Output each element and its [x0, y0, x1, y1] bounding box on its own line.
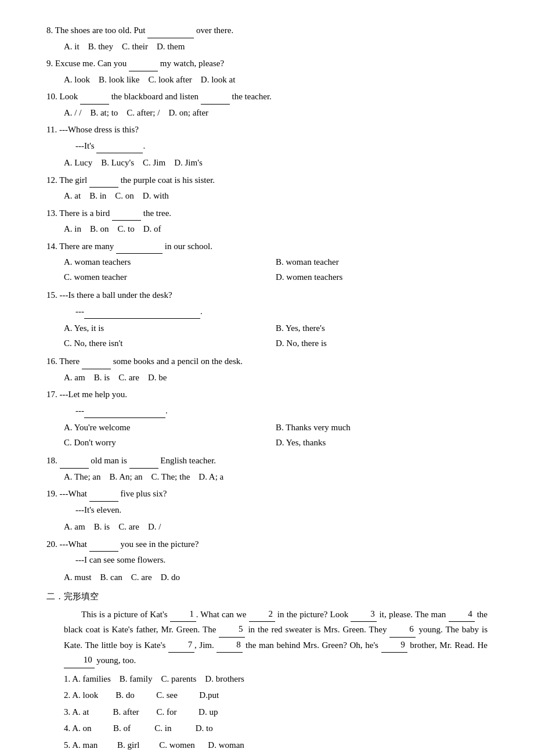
answer-10: A. / / B. at; to C. after; / D. on; afte…	[64, 106, 488, 121]
question-16: 16. There some books and a pencil on the…	[46, 354, 488, 369]
answer-8: A. it B. they C. their D. them	[64, 39, 488, 55]
answer-14: A. woman teachers B. woman teacher C. wo…	[64, 255, 488, 285]
question-14: 14. There are many in our school.	[46, 239, 488, 254]
question-8: 8. The shoes are too old. Put over there…	[46, 23, 488, 38]
answer-18: A. The; an B. An; an C. The; the D. A; a	[64, 470, 488, 485]
question-10: 10. Look the blackboard and listen the t…	[46, 89, 488, 105]
answer-9: A. look B. look like C. look after D. lo…	[64, 73, 488, 88]
answer-15: A. Yes, it is B. Yes, there's C. No, the…	[64, 321, 488, 351]
question-13: 13. There is a bird the tree.	[46, 206, 488, 221]
exam-content: 8. The shoes are too old. Put over there…	[46, 23, 488, 756]
fill-q5: 5. A. man B. girl C. women D. woman	[64, 738, 488, 753]
response-19: ---It's eleven.	[75, 503, 488, 518]
fill-q2: 2. A. look B. do C. see D.put	[64, 688, 488, 703]
answer-13: A. in B. on C. to D. of	[64, 222, 488, 237]
response-20: ---I can see some flowers.	[75, 553, 488, 568]
question-12: 12. The girl the purple coat is his sist…	[46, 173, 488, 188]
response-17: ---.	[75, 404, 488, 419]
fill-q1: 1. A. families B. family C. parents D. b…	[64, 672, 488, 687]
question-18: 18. old man is English teacher.	[46, 453, 488, 469]
answer-19: A. am B. is C. are D. /	[64, 520, 488, 535]
question-19: 19. ---What five plus six?	[46, 487, 488, 502]
section-2-title: 二．完形填空	[46, 589, 488, 604]
answer-11: A. Lucy B. Lucy's C. Jim D. Jim's	[64, 156, 488, 171]
question-11: 11. ---Whose dress is this?	[46, 123, 488, 138]
question-9: 9. Excuse me. Can you my watch, please?	[46, 56, 488, 71]
response-11: ---It's .	[75, 139, 488, 154]
response-15: ---.	[75, 304, 488, 319]
question-15: 15. ---Is there a ball under the desk?	[46, 288, 488, 303]
fill-q4: 4. A. on B. of C. in D. to	[64, 721, 488, 736]
question-17: 17. ---Let me help you.	[46, 387, 488, 402]
answer-17: A. You're welcome B. Thanks very much C.…	[64, 420, 488, 450]
answer-12: A. at B. in C. on D. with	[64, 189, 488, 204]
answer-16: A. am B. is C. are D. be	[64, 370, 488, 386]
answer-20: A. must B. can C. are D. do	[64, 570, 488, 585]
fill-q3: 3. A. at B. after C. for D. up	[64, 705, 488, 720]
passage: This is a picture of Kat's 1 . What can …	[64, 607, 488, 668]
question-20: 20. ---What you see in the picture?	[46, 537, 488, 552]
